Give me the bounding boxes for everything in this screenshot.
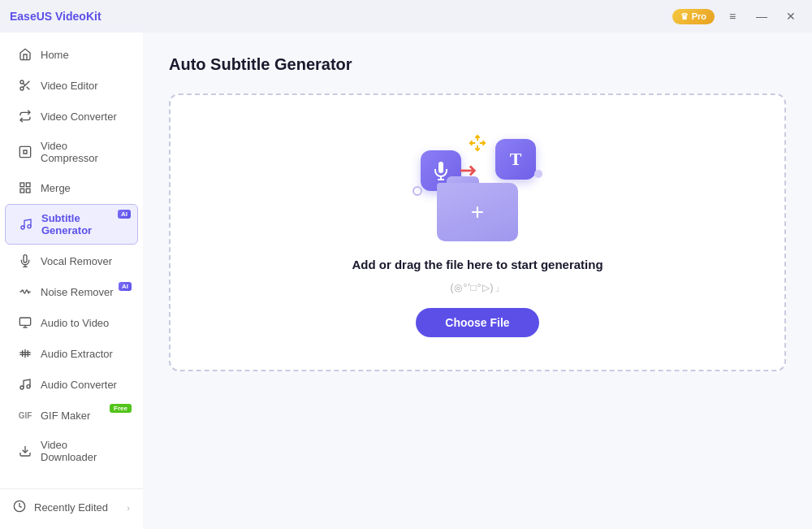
sidebar: Home Video Editor Video Converter Video … [0, 33, 143, 529]
home-icon [18, 47, 32, 62]
noise-icon [18, 284, 32, 299]
clock-icon [13, 500, 26, 515]
sidebar-item-video-compressor[interactable]: Video Compressor [5, 132, 138, 171]
folder-body: + [437, 183, 518, 241]
t-card: T [495, 139, 536, 180]
minimize-button[interactable]: — [750, 5, 773, 28]
choose-file-button[interactable]: Choose File [416, 308, 538, 337]
sidebar-item-video-editor[interactable]: Video Editor [5, 71, 138, 100]
sidebar-item-video-converter[interactable]: Video Converter [5, 102, 138, 131]
svg-line-4 [23, 83, 25, 85]
gif-icon: GIF [18, 408, 32, 423]
page-title: Auto Subtitle Generator [169, 55, 786, 74]
sidebar-item-audio-to-video[interactable]: Audio to Video [5, 308, 138, 337]
merge-icon [18, 180, 32, 195]
svg-rect-5 [19, 146, 30, 157]
window-controls: ♛ Pro ≡ — ✕ [672, 5, 802, 28]
sidebar-item-noise-remover[interactable]: Noise Remover AI [5, 277, 138, 306]
download-icon [18, 444, 32, 458]
drop-zone-subtext: (◎°'□°▷)」 [450, 281, 504, 295]
folder-plus-icon: + [471, 201, 484, 223]
mic-icon [18, 254, 32, 268]
svg-rect-16 [19, 318, 30, 325]
sidebar-item-label: Subtitle Generator [41, 212, 124, 236]
compress-icon [469, 134, 486, 156]
compressor-icon [18, 145, 32, 159]
sidebar-item-label: Audio Converter [41, 379, 117, 391]
sidebar-item-home[interactable]: Home [5, 40, 138, 69]
sidebar-item-label: Noise Remover [41, 286, 114, 298]
svg-rect-7 [26, 183, 30, 187]
svg-point-1 [20, 87, 24, 90]
free-badge: Free [110, 404, 132, 413]
audio-icon [18, 377, 32, 392]
svg-point-25 [27, 385, 30, 388]
circle-decoration-2 [534, 170, 542, 178]
audio-video-icon [18, 315, 32, 330]
sidebar-item-gif-maker[interactable]: GIF GIF Maker Free [5, 401, 138, 430]
ai-badge: AI [119, 282, 132, 291]
svg-rect-9 [26, 189, 30, 193]
drop-zone-text: Add or drag the file here to start gener… [352, 258, 603, 271]
extractor-icon [18, 346, 32, 361]
sidebar-item-label: Audio Extractor [41, 348, 113, 360]
subtitle-icon [19, 217, 33, 232]
menu-button[interactable]: ≡ [721, 5, 744, 28]
svg-rect-6 [20, 183, 24, 187]
crown-icon: ♛ [680, 11, 689, 22]
sidebar-item-label: Video Compressor [41, 140, 125, 164]
close-button[interactable]: ✕ [780, 5, 802, 28]
recently-edited-item[interactable]: Recently Edited › [0, 492, 143, 522]
sidebar-item-audio-extractor[interactable]: Audio Extractor [5, 339, 138, 368]
sidebar-item-label: Video Editor [41, 80, 98, 92]
svg-point-24 [20, 386, 24, 389]
app-logo: EaseUS VideoKit [10, 10, 102, 23]
converter-icon [18, 109, 32, 124]
sidebar-item-label: Video Converter [41, 111, 117, 123]
app-body: Home Video Editor Video Converter Video … [0, 33, 812, 529]
svg-point-11 [28, 225, 31, 228]
sidebar-item-audio-converter[interactable]: Audio Converter [5, 370, 138, 399]
sidebar-item-vocal-remover[interactable]: Vocal Remover [5, 246, 138, 275]
circle-decoration-1 [412, 186, 422, 196]
pro-badge[interactable]: ♛ Pro [672, 9, 715, 24]
sidebar-item-label: GIF Maker [41, 410, 90, 422]
sidebar-item-label: Vocal Remover [41, 255, 112, 267]
svg-rect-8 [20, 189, 24, 193]
sidebar-item-label: Home [41, 49, 69, 61]
illustration: T + [412, 128, 542, 241]
drop-zone[interactable]: T + Add or drag the file here to start g… [169, 93, 786, 371]
ai-badge: AI [118, 210, 131, 219]
chevron-right-icon: › [127, 503, 130, 513]
main-content: Auto Subtitle Generator [143, 33, 812, 529]
svg-line-3 [27, 87, 30, 90]
svg-point-0 [20, 80, 24, 84]
sidebar-item-video-downloader[interactable]: Video Downloader [5, 431, 138, 470]
sidebar-item-label: Video Downloader [41, 439, 125, 463]
sidebar-item-label: Audio to Video [41, 317, 109, 329]
sidebar-item-merge[interactable]: Merge [5, 173, 138, 202]
titlebar: EaseUS VideoKit ♛ Pro ≡ — ✕ [0, 0, 812, 33]
scissors-icon [18, 78, 32, 93]
sidebar-bottom: Recently Edited › [0, 488, 143, 522]
sidebar-item-label: Merge [41, 182, 71, 194]
recently-edited-label: Recently Edited [34, 501, 108, 514]
sidebar-item-subtitle-generator[interactable]: Subtitle Generator AI [5, 204, 138, 245]
svg-point-10 [21, 226, 24, 229]
